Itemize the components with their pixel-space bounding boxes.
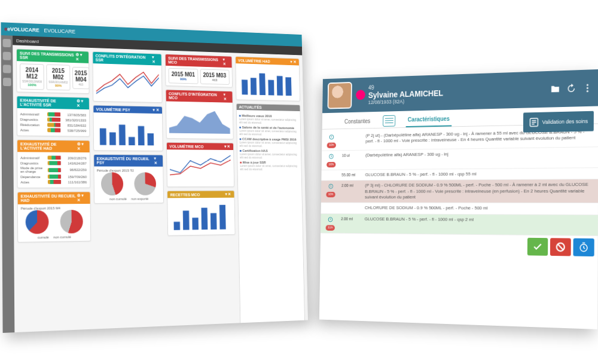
widget-menu-icon[interactable]: ⚙ ▾ ✕ <box>75 53 86 62</box>
metric-row: Diagnostics143/624/287 <box>20 161 87 165</box>
cancel-button[interactable] <box>550 238 571 256</box>
widget-title: ACTUALITÉS <box>239 105 261 109</box>
svg-rect-10 <box>201 208 208 230</box>
widget-conf-mco: CONFLITS D'INTÉGRATION MCO▾ ✕ <box>166 90 234 140</box>
chart-pie <box>101 172 124 195</box>
svg-rect-11 <box>210 213 217 230</box>
svg-rect-14 <box>250 78 256 95</box>
patient-header: 49 Sylvaine ALAMICHEL 12/08/1933 (82A) <box>322 69 598 113</box>
widget-title: EXHAUSTIVITÉ DE L'ACTIVITÉ SSR <box>20 98 77 108</box>
kpi-card[interactable]: 2015 M03463 <box>200 69 229 85</box>
kpi-card[interactable]: 2015 M02 SSR/2014/M02 99% <box>46 65 70 91</box>
widget-title: SUIVI DES TRANSMISSIONS MCO <box>168 56 223 66</box>
care-mobile-panel: 49 Sylvaine ALAMICHEL 12/08/1933 (82A) C… <box>319 69 598 329</box>
widget-news: ACTUALITÉS Meilleurs vœux 2016Lorem ipsu… <box>236 103 305 326</box>
widget-vol-had: VOLUMÉTRIE HAD▾ ✕ <box>235 56 300 102</box>
news-item[interactable]: CCAM descriptive à usage PMSI 2016Lorem … <box>239 137 298 148</box>
metric-row: Diagnostics381/320/1333 <box>20 117 86 123</box>
widget-vol-psy: VOLUMÉTRIE PSY▾ ✕ <box>93 105 163 151</box>
dashboard-window: eeVOLUCARE EVOLUCARE Dashboard SUIVI DES… <box>1 22 308 333</box>
tab-caracteristiques[interactable]: Caractéristiques <box>405 112 451 127</box>
widget-title: EXHAUSTIVITÉ DE L'ACTIVITÉ HAD <box>20 142 77 151</box>
widget-menu-icon[interactable]: ⚙ ▾ ✕ <box>77 193 87 203</box>
widget-rec-psy: EXHAUSTIVITÉ DU RECUEIL PSY▾ ✕ Période d… <box>93 154 164 204</box>
tab-constantes[interactable]: Constantes <box>342 115 372 128</box>
kpi-card[interactable]: 2015 M0199% <box>168 68 198 84</box>
svg-rect-12 <box>219 205 226 230</box>
legend-item: non cumulé <box>53 235 71 238</box>
news-item[interactable]: Certification HASLorem ipsum dolor sit a… <box>240 149 298 159</box>
widget-menu-icon[interactable]: ▾ ✕ <box>223 57 229 66</box>
dashboard-body: Dashboard SUIVI DES TRANSMISSIONS SSR⚙ ▾… <box>13 36 308 333</box>
metric-row: Administratif209/218/276 <box>20 155 87 160</box>
more-icon[interactable] <box>582 82 593 93</box>
sidebar-item-home[interactable] <box>3 39 11 47</box>
legend-item: cumulé <box>38 235 49 239</box>
widget-menu-icon[interactable]: ▾ ✕ <box>225 192 231 197</box>
widget-menu-icon[interactable]: ⚙ ▾ ✕ <box>77 142 87 151</box>
widget-rec-had: EXHAUSTIVITÉ DU RECUEIL HAD⚙ ▾ ✕ Période… <box>17 191 91 242</box>
svg-rect-17 <box>276 76 282 96</box>
metric-row: Rééducation831/184/632 <box>20 123 86 127</box>
svg-rect-13 <box>242 79 248 94</box>
svg-rect-1 <box>109 132 116 145</box>
widget-conflits-ssr: CONFLITS D'INTÉGRATION SSR▾ ✕ <box>92 51 163 103</box>
breadcrumb: EVOLUCARE <box>44 27 75 35</box>
confirm-button[interactable] <box>527 237 548 255</box>
svg-point-20 <box>587 87 588 89</box>
legend-item: non exporté <box>131 197 148 201</box>
widget-exh-had: EXHAUSTIVITÉ DE L'ACTIVITÉ HAD⚙ ▾ ✕ Admi… <box>17 139 90 188</box>
widget-title: CONFLITS D'INTÉGRATION MCO <box>169 91 224 100</box>
svg-rect-18 <box>285 77 291 96</box>
widget-title: EXHAUSTIVITÉ DU RECUEIL PSY <box>96 157 154 165</box>
svg-rect-0 <box>99 129 106 145</box>
medication-row[interactable]: 10h10 uI(Darbépoïétine alfa) ARANESP - 3… <box>322 147 598 170</box>
chart-pie <box>60 210 83 234</box>
widget-rec-mco: RECETTES MCO▾ ✕ <box>167 190 235 235</box>
sidebar-item-reports[interactable] <box>3 65 11 73</box>
medication-row[interactable]: 10h2.00 ml(P 3j ml) - CHLORURE DE SODIUM… <box>321 179 598 203</box>
tab-dashboard[interactable]: Dashboard <box>16 38 39 44</box>
svg-point-21 <box>587 90 588 92</box>
kpi-card[interactable]: 2014 M12 SSR/2013/M08 100% <box>20 63 44 90</box>
action-bar <box>321 233 598 259</box>
widget-menu-icon[interactable]: ▾ ✕ <box>291 60 297 65</box>
metric-row: Actes538/725/999 <box>20 128 86 133</box>
medication-row[interactable]: CHLORURE DE SODIUM - 0.9 % 500ML - perf.… <box>321 203 598 215</box>
folder-icon[interactable] <box>550 84 560 94</box>
widget-vol-mco: VOLUMÉTRIE MCO▾ ✕ <box>166 142 234 187</box>
widget-suivi-mco: SUIVI DES TRANSMISSIONS MCO▾ ✕ 2015 M019… <box>165 54 233 88</box>
medication-row[interactable]: 55.00 mlGLUCOSE B.BRAUN - 5 % - perf. - … <box>321 168 598 181</box>
widget-title: RECETTES MCO <box>170 192 200 197</box>
medication-row[interactable]: 11h2.00 mlGLUCOSE B.BRAUN - 5 % - perf. … <box>321 214 598 236</box>
widget-menu-icon[interactable]: ▾ ✕ <box>154 156 160 165</box>
sidebar-item-settings[interactable] <box>3 78 11 86</box>
metric-row: Actes111/161/386 <box>20 180 87 184</box>
validate-care-button[interactable]: Validation des soins <box>523 111 594 133</box>
news-item[interactable]: Meilleurs vœux 2016Lorem ipsum dolor sit… <box>239 114 298 125</box>
widget-title: VOLUMÉTRIE MCO <box>169 144 203 148</box>
news-item[interactable]: Salons de la santé et de l'autonomieLore… <box>239 126 298 136</box>
widget-title: EXHAUSTIVITÉ DU RECUEIL HAD <box>21 194 77 202</box>
refresh-icon[interactable] <box>566 83 576 94</box>
sidebar-item-stats[interactable] <box>3 52 11 60</box>
validate-care-label: Validation des soins <box>542 118 588 125</box>
svg-rect-4 <box>138 126 144 145</box>
widget-menu-icon[interactable]: ⚙ ▾ ✕ <box>77 99 86 108</box>
svg-point-19 <box>587 84 588 86</box>
widget-exh-ssr: EXHAUSTIVITÉ DE L'ACTIVITÉ SSR⚙ ▾ ✕ Admi… <box>17 96 90 137</box>
medication-list: 10h(P 2j ut) - (Darbépoïétine alfa) ARAN… <box>321 124 598 235</box>
widget-menu-icon[interactable]: ▾ ✕ <box>224 93 230 102</box>
filter-icon[interactable] <box>383 115 395 126</box>
widget-menu-icon[interactable]: ▾ ✕ <box>224 145 231 149</box>
widget-suivi-ssr: SUIVI DES TRANSMISSIONS SSR⚙ ▾ ✕ 2014 M1… <box>16 48 89 94</box>
postpone-button[interactable] <box>573 238 594 256</box>
widget-menu-icon[interactable]: ▾ ✕ <box>152 55 159 64</box>
brand-logo: eeVOLUCARE <box>4 26 39 33</box>
widget-menu-icon[interactable]: ▾ ✕ <box>153 108 160 112</box>
news-item[interactable]: Mise à jour SSRLorem ipsum dolor sit ame… <box>240 161 298 171</box>
svg-rect-3 <box>129 137 135 145</box>
svg-rect-9 <box>192 218 199 230</box>
avatar[interactable] <box>328 82 352 109</box>
kpi-card[interactable]: 2015 M04 463 <box>72 67 89 90</box>
